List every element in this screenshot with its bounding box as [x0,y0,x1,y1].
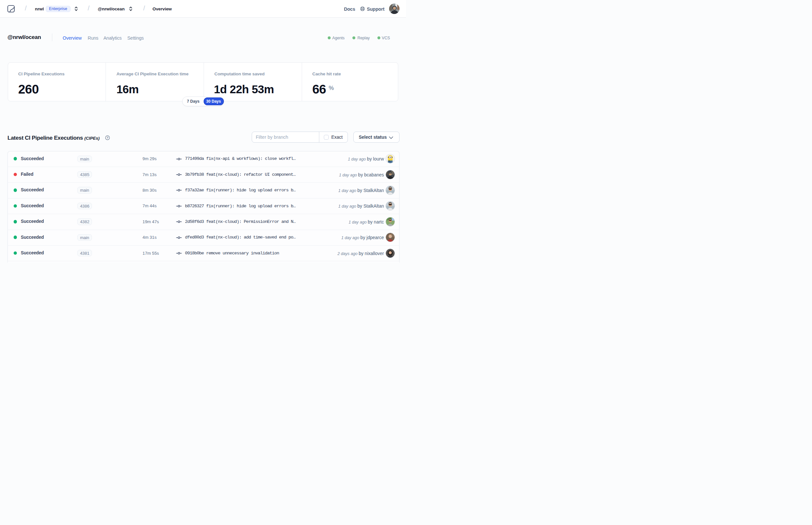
svg-text:?: ? [107,136,108,139]
